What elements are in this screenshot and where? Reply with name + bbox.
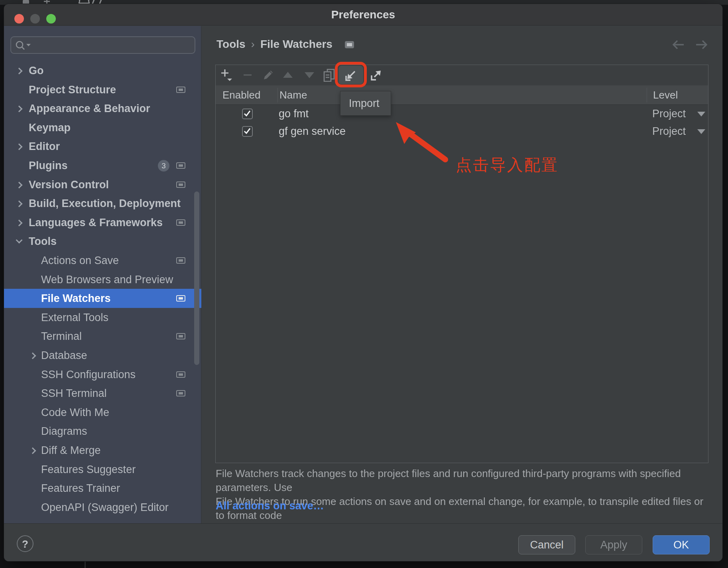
sidebar-item-terminal[interactable]: Terminal xyxy=(4,327,201,346)
column-header-name[interactable]: Name xyxy=(279,85,307,105)
sidebar-item-code-with-me[interactable]: Code With Me xyxy=(4,403,201,422)
help-button[interactable]: ? xyxy=(17,535,33,552)
sidebar-item-version-control[interactable]: Version Control xyxy=(4,175,201,194)
search-input[interactable] xyxy=(10,36,195,54)
file-watchers-table: Enabled Name Level go fmtProjectgf gen s… xyxy=(215,65,708,463)
page-title: File Watchers xyxy=(260,38,333,50)
monitor-icon xyxy=(176,162,185,169)
annotation-highlight-ring xyxy=(335,62,367,87)
level-dropdown[interactable]: Project xyxy=(652,122,686,140)
column-divider xyxy=(647,88,647,103)
chevron-right-icon[interactable] xyxy=(16,68,23,75)
sidebar-item-diagrams[interactable]: Diagrams xyxy=(4,422,201,441)
export-icon[interactable] xyxy=(367,66,386,84)
all-actions-on-save-link[interactable]: All actions on save… xyxy=(216,500,324,512)
minimize-window-button[interactable] xyxy=(30,14,40,24)
enabled-checkbox[interactable] xyxy=(242,108,253,119)
monitor-icon xyxy=(176,257,185,264)
background-glyph xyxy=(44,1,50,2)
dialog-footer: ? Cancel Apply OK xyxy=(4,523,722,561)
background-chevron-glyph xyxy=(79,0,90,4)
plugins-count-badge: 3 xyxy=(158,160,169,172)
add-icon[interactable] xyxy=(218,66,236,84)
sidebar-item-tools[interactable]: Tools xyxy=(4,232,201,251)
cancel-button[interactable]: Cancel xyxy=(518,535,575,554)
check-icon xyxy=(243,127,252,135)
breadcrumb-tools[interactable]: Tools xyxy=(216,38,246,50)
sidebar-scrollbar-thumb[interactable] xyxy=(194,191,199,365)
sidebar-item-diff-merge[interactable]: Diff & Merge xyxy=(4,441,201,460)
sidebar-item-label: Go xyxy=(29,61,44,80)
window-title: Preferences xyxy=(4,4,722,26)
sidebar-item-label: Tools xyxy=(29,232,57,251)
sidebar-item-database[interactable]: Database xyxy=(4,346,201,365)
move-down-icon[interactable] xyxy=(300,66,319,84)
sidebar-item-build-execution-deployment[interactable]: Build, Execution, Deployment xyxy=(4,194,201,213)
forward-button[interactable] xyxy=(695,39,708,50)
sidebar-item-actions-on-save[interactable]: Actions on Save xyxy=(4,251,201,270)
table-header: Enabled Name Level xyxy=(216,85,708,105)
jump-to-source-icon[interactable] xyxy=(345,41,354,48)
chevron-right-icon[interactable] xyxy=(16,106,23,112)
search-icon xyxy=(15,40,36,51)
sidebar-item-appearance-behavior[interactable]: Appearance & Behavior xyxy=(4,99,201,118)
sidebar-item-features-suggester[interactable]: Features Suggester xyxy=(4,460,201,479)
sidebar-item-ssh-terminal[interactable]: SSH Terminal xyxy=(4,384,201,403)
column-header-enabled[interactable]: Enabled xyxy=(222,85,260,105)
zoom-window-button[interactable] xyxy=(46,14,56,24)
import-tooltip: Import xyxy=(340,91,391,116)
apply-button[interactable]: Apply xyxy=(585,535,642,554)
sidebar-item-openapi-swagger-editor[interactable]: OpenAPI (Swagger) Editor xyxy=(4,498,201,517)
title-bar: Preferences xyxy=(4,4,722,26)
dropdown-caret-icon[interactable] xyxy=(697,129,705,134)
enabled-checkbox[interactable] xyxy=(242,126,253,137)
chevron-right-icon[interactable] xyxy=(30,353,36,359)
watcher-row-gf-gen-service[interactable]: gf gen serviceProject xyxy=(216,122,708,140)
sidebar-item-ssh-configurations[interactable]: SSH Configurations xyxy=(4,365,201,384)
back-button[interactable] xyxy=(672,39,685,50)
monitor-icon xyxy=(176,219,185,226)
sidebar-item-label: Database xyxy=(41,346,87,365)
sidebar-item-label: Diff & Merge xyxy=(41,441,101,460)
monitor-icon xyxy=(176,390,185,396)
move-up-icon[interactable] xyxy=(279,66,297,84)
chevron-right-icon[interactable] xyxy=(16,201,23,207)
monitor-icon xyxy=(176,333,185,339)
monitor-icon xyxy=(176,181,185,188)
close-window-button[interactable] xyxy=(14,14,24,24)
watcher-row-go-fmt[interactable]: go fmtProject xyxy=(216,105,708,122)
sidebar-item-plugins[interactable]: Plugins3 xyxy=(4,156,201,175)
sidebar-item-features-trainer[interactable]: Features Trainer xyxy=(4,479,201,498)
chevron-right-icon[interactable] xyxy=(16,181,23,188)
sidebar-item-keymap[interactable]: Keymap xyxy=(4,118,201,137)
sidebar-item-label: Code With Me xyxy=(41,403,109,422)
remove-icon[interactable] xyxy=(238,66,257,84)
dropdown-caret-icon[interactable] xyxy=(697,112,705,116)
sidebar-item-web-browsers-and-preview[interactable]: Web Browsers and Preview xyxy=(4,270,201,289)
sidebar-item-label: Diagrams xyxy=(41,422,87,441)
sidebar-item-label: Plugins xyxy=(29,156,68,175)
sidebar-item-label: Web Browsers and Preview xyxy=(41,270,173,289)
preferences-dialog: Preferences GoProject StructureAppearanc… xyxy=(4,4,722,561)
sidebar-item-label: Appearance & Behavior xyxy=(29,99,150,118)
chevron-right-icon[interactable] xyxy=(16,144,23,150)
sidebar-item-label: Editor xyxy=(29,137,60,156)
sidebar-item-file-watchers[interactable]: File Watchers xyxy=(4,289,201,308)
sidebar-item-label: Build, Execution, Deployment xyxy=(29,194,181,213)
level-dropdown[interactable]: Project xyxy=(652,105,686,122)
sidebar-item-go[interactable]: Go xyxy=(4,61,201,80)
edit-icon[interactable] xyxy=(259,66,277,84)
chevron-right-icon[interactable] xyxy=(16,219,23,226)
sidebar-item-editor[interactable]: Editor xyxy=(4,137,201,156)
chevron-right-icon[interactable] xyxy=(30,448,36,454)
background-glyph xyxy=(23,0,29,4)
ok-button[interactable]: OK xyxy=(653,535,710,554)
sidebar-item-languages-frameworks[interactable]: Languages & Frameworks xyxy=(4,213,201,232)
sidebar-item-external-tools[interactable]: External Tools xyxy=(4,308,201,327)
sidebar-item-label: SSH Terminal xyxy=(41,384,107,403)
sidebar-item-label: SSH Configurations xyxy=(41,365,136,384)
column-header-level[interactable]: Level xyxy=(653,85,678,105)
monitor-icon xyxy=(176,371,185,378)
sidebar-item-project-structure[interactable]: Project Structure xyxy=(4,80,201,99)
chevron-down-icon[interactable] xyxy=(16,237,23,244)
